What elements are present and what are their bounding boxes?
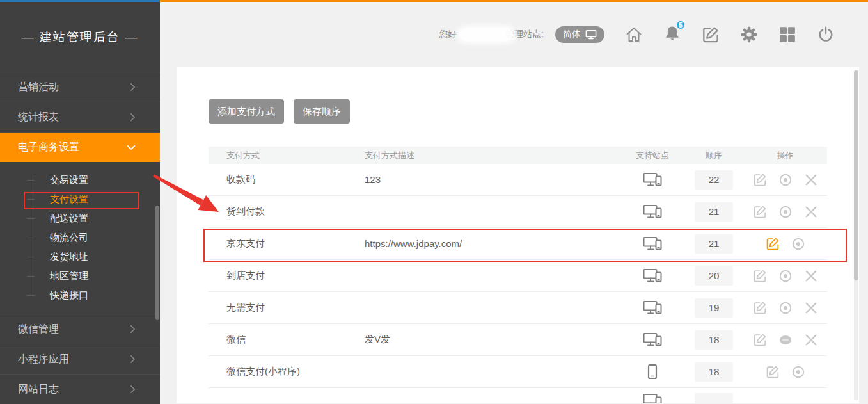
desktop-mobile-icon	[643, 172, 662, 188]
add-payment-method-button[interactable]: 添加支付方式	[209, 99, 284, 124]
eye-icon[interactable]	[778, 301, 793, 315]
table-row: 到店支付	[209, 260, 827, 292]
notifications-button[interactable]: 5	[663, 24, 681, 44]
submenu-item-payment-settings[interactable]: 支付设置	[0, 190, 160, 209]
payment-method-name: 无需支付	[209, 302, 365, 314]
submenu-item-trade-settings[interactable]: 交易设置	[0, 170, 160, 190]
submenu-item-shipping-address[interactable]: 发货地址	[0, 247, 160, 266]
column-header-method: 支付方式	[209, 150, 365, 161]
mobile-icon	[647, 364, 658, 380]
power-icon[interactable]	[817, 26, 835, 44]
order-input[interactable]	[695, 234, 733, 254]
home-icon[interactable]	[625, 26, 643, 44]
sidebar-item-site-logs[interactable]: 网站日志	[0, 374, 160, 404]
chevron-right-icon	[130, 325, 136, 334]
sidebar-item-ecommerce-settings[interactable]: 电子商务设置	[0, 132, 160, 162]
delete-icon[interactable]	[804, 269, 818, 283]
ecommerce-submenu: 交易设置 支付设置 配送设置 物流公司 发货地址 地区管理 快递接口	[0, 162, 160, 314]
desktop-mobile-icon	[643, 204, 662, 220]
edit-icon[interactable]	[753, 205, 767, 219]
payment-method-name: 收款码	[209, 174, 365, 186]
language-site-button[interactable]: 简体	[555, 26, 604, 43]
order-input[interactable]	[695, 330, 733, 350]
monitor-icon	[585, 29, 597, 40]
submenu-item-region-management[interactable]: 地区管理	[0, 266, 160, 286]
delete-icon[interactable]	[804, 333, 818, 347]
edit-icon[interactable]	[702, 26, 720, 44]
column-header-order: 顺序	[684, 150, 743, 161]
desktop-mobile-icon	[643, 332, 662, 348]
delete-icon[interactable]	[804, 301, 818, 315]
payment-method-name: 京东支付	[209, 238, 365, 250]
chevron-right-icon	[130, 385, 136, 394]
table-row: 微信支付(小程序)	[209, 356, 827, 388]
order-input[interactable]	[695, 362, 733, 382]
order-input[interactable]	[695, 202, 733, 222]
sidebar-item-marketing[interactable]: 营销活动	[0, 72, 160, 102]
chevron-down-icon	[127, 145, 136, 150]
notification-badge: 5	[675, 20, 686, 30]
edit-icon[interactable]	[753, 333, 767, 347]
payment-method-name: 货到付款	[209, 206, 365, 218]
desktop-mobile-icon	[643, 236, 662, 252]
payment-method-name: 到店支付	[209, 270, 365, 282]
table-header: 支付方式 支付方式描述 支持站点 顺序 操作	[209, 147, 827, 164]
eye-icon[interactable]	[791, 365, 805, 379]
content-scrollbar-thumb[interactable]	[854, 70, 858, 280]
sidebar-item-wechat[interactable]: 微信管理	[0, 314, 160, 344]
eye-icon[interactable]	[778, 269, 793, 283]
sidebar-item-label: 统计报表	[18, 111, 59, 124]
greeting-group: 您好 管理站点:	[439, 28, 544, 41]
sidebar-item-label: 营销活动	[18, 81, 59, 94]
column-header-description: 支付方式描述	[365, 150, 620, 161]
edit-icon[interactable]	[753, 269, 767, 283]
payment-methods-table: 支付方式 支付方式描述 支持站点 顺序 操作 收款码 123	[209, 147, 827, 398]
payment-method-name: 微信	[209, 334, 365, 346]
sidebar-item-miniprogram[interactable]: 小程序应用	[0, 344, 160, 374]
edit-icon[interactable]	[753, 301, 767, 315]
payment-method-desc: 发V发	[365, 334, 620, 346]
order-input[interactable]	[695, 170, 733, 190]
edit-icon[interactable]	[753, 173, 767, 187]
eye-icon[interactable]	[791, 237, 805, 251]
chevron-right-icon	[130, 355, 136, 364]
sidebar-item-label: 微信管理	[18, 323, 59, 336]
eye-icon[interactable]	[778, 173, 793, 187]
greeting-text: 您好	[439, 29, 457, 40]
payment-method-desc: https://www.jdpay.com/	[365, 238, 620, 249]
main-area: 您好 管理站点: 简体 5 添加支付方式 保存顺序 支付方式 支付方式描述 支持…	[160, 0, 868, 404]
chevron-right-icon	[130, 113, 136, 122]
table-row: 收款码 123	[209, 164, 827, 196]
content-card: 添加支付方式 保存顺序 支付方式 支付方式描述 支持站点 顺序 操作 收款码 1…	[177, 67, 859, 403]
table-row: 货到付款	[209, 196, 827, 228]
table-row-highlighted: 京东支付 https://www.jdpay.com/	[209, 228, 827, 260]
eye-hidden-icon[interactable]	[778, 333, 793, 347]
save-order-button[interactable]: 保存顺序	[294, 99, 350, 124]
delete-icon[interactable]	[804, 205, 818, 219]
eye-icon[interactable]	[778, 205, 793, 219]
submenu-item-logistics-company[interactable]: 物流公司	[0, 228, 160, 247]
submenu-item-express-api[interactable]: 快递接口	[0, 286, 160, 305]
sidebar-item-reports[interactable]: 统计报表	[0, 102, 160, 132]
delete-icon[interactable]	[804, 173, 818, 187]
edit-icon[interactable]	[766, 365, 780, 379]
payment-method-name: 微信支付(小程序)	[209, 366, 365, 378]
column-header-sites: 支持站点	[620, 150, 684, 161]
submenu-item-delivery-settings[interactable]: 配送设置	[0, 209, 160, 228]
order-input[interactable]	[695, 266, 733, 286]
table-row-partial	[209, 388, 827, 398]
order-input[interactable]	[695, 393, 733, 403]
apps-grid-icon[interactable]	[778, 26, 796, 44]
desktop-mobile-icon	[643, 393, 662, 403]
sidebar-scrollbar[interactable]	[155, 206, 159, 320]
sidebar-item-label: 小程序应用	[18, 353, 69, 366]
gear-icon[interactable]	[740, 26, 758, 44]
app-logo: — 建站管理后台 —	[0, 2, 160, 72]
order-input[interactable]	[695, 298, 733, 318]
sidebar-item-label: 网站日志	[18, 383, 59, 396]
edit-icon-active[interactable]	[766, 237, 780, 251]
payment-method-desc: 123	[365, 174, 620, 185]
sidebar: — 建站管理后台 — 营销活动 统计报表 电子商务设置 交易设置 支付设置 配送…	[0, 0, 160, 404]
topbar: 您好 管理站点: 简体 5	[160, 2, 868, 67]
sidebar-item-label: 电子商务设置	[18, 141, 79, 154]
